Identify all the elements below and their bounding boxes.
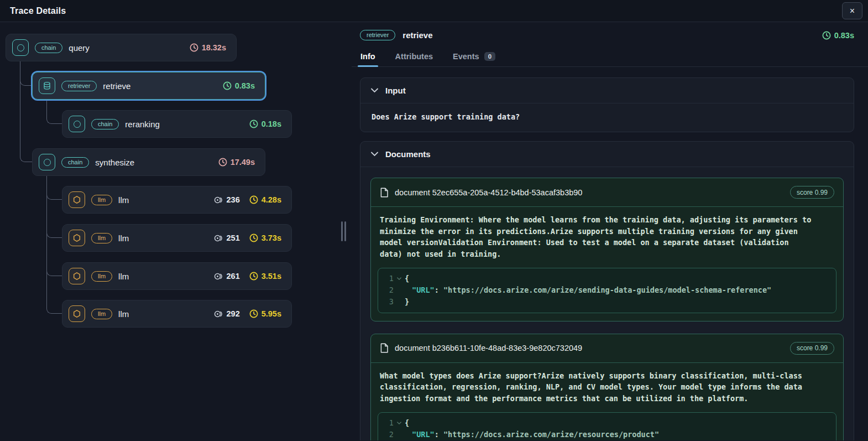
- input-section-title: Input: [385, 86, 406, 95]
- detail-content: Input Does Arize support training data? …: [352, 67, 868, 440]
- span-name: reranking: [125, 120, 160, 129]
- llm-icon: [72, 309, 81, 318]
- documents-section-title: Documents: [385, 149, 431, 159]
- panel-resize-handle[interactable]: [339, 219, 348, 243]
- document-card: document b236b611-10fe-48ad-83e3-9e820c7…: [370, 334, 844, 440]
- retriever-icon: [43, 81, 51, 90]
- clock-icon: [190, 43, 198, 52]
- clock-icon: [218, 158, 227, 167]
- panel-title: Trace Details: [10, 6, 66, 16]
- json-value: "https://docs.arize.com/arize/sending-da…: [443, 286, 771, 294]
- document-text: What model types does Arize support?Ariz…: [371, 363, 822, 411]
- trace-span-row[interactable]: chain query 18.32s: [6, 34, 237, 61]
- document-text: Training Environment: Where the model le…: [371, 207, 822, 266]
- trace-span-row[interactable]: llm llm 292 5.95s: [62, 300, 292, 328]
- trace-span-row[interactable]: chain reranking 0.18s: [62, 110, 292, 138]
- json-value: "https://docs.arize.com/arize/resources/…: [443, 430, 659, 439]
- line-number: 1: [383, 273, 394, 284]
- trace-tree: chain query 18.32s retriever retrieve: [0, 22, 335, 440]
- code-block: 1 { 2 "URL": "https://docs.arize.com/ari…: [378, 412, 836, 440]
- span-title: retrieve: [402, 30, 432, 40]
- tokens-icon: [214, 273, 223, 280]
- input-text: Does Arize support training data?: [360, 103, 854, 132]
- chevron-down-icon[interactable]: [371, 88, 378, 93]
- input-section: Input Does Arize support training data?: [360, 77, 854, 132]
- code-block: 1 { 2 "URL": "https://docs.arize.com/ari…: [378, 268, 836, 313]
- span-name: synthesize: [95, 158, 134, 167]
- token-count: 236: [214, 195, 240, 204]
- fold-caret-icon[interactable]: [394, 417, 405, 429]
- span-kind-badge: chain: [61, 157, 89, 168]
- span-kind-badge: llm: [91, 271, 112, 282]
- trace-details-panel: Trace Details × chain query 18.32s: [0, 0, 868, 440]
- chevron-down-icon[interactable]: [371, 152, 378, 157]
- span-kind-badge: chain: [35, 43, 62, 53]
- chain-icon: [17, 44, 24, 51]
- clock-icon: [249, 195, 258, 204]
- span-duration: 18.32s: [190, 43, 226, 52]
- tab-attributes[interactable]: Attributes: [395, 48, 433, 66]
- llm-icon: [72, 234, 81, 242]
- chain-icon: [74, 121, 81, 128]
- trace-span-row[interactable]: llm llm 251 3.73s: [62, 224, 292, 252]
- span-kind-icon: [12, 39, 29, 56]
- line-number: 2: [383, 284, 394, 296]
- span-duration: 3.73s: [249, 234, 281, 242]
- span-name: retrieve: [103, 81, 130, 91]
- code-line: 1 {: [383, 273, 830, 284]
- span-kind-badge: llm: [91, 233, 112, 243]
- span-detail-panel: retriever retrieve 0.83s Info Attributes…: [352, 22, 868, 440]
- span-kind-badge: chain: [91, 119, 119, 129]
- clock-icon: [223, 81, 232, 90]
- tab-events[interactable]: Events 0: [452, 48, 496, 66]
- tokens-icon: [214, 310, 223, 318]
- line-number: 2: [383, 429, 394, 440]
- json-key: "URL": [412, 286, 435, 294]
- token-count: 261: [214, 272, 240, 281]
- span-detail-header: retriever retrieve 0.83s: [352, 22, 868, 45]
- span-duration: 17.49s: [218, 158, 255, 167]
- tokens-icon: [214, 235, 223, 242]
- close-button[interactable]: ×: [842, 2, 862, 19]
- llm-icon: [72, 195, 81, 204]
- score-badge: score 0.99: [790, 186, 834, 199]
- trace-span-row[interactable]: chain synthesize 17.49s: [32, 148, 265, 176]
- span-duration: 0.18s: [249, 120, 281, 128]
- span-name: query: [69, 43, 90, 53]
- span-name: llm: [118, 234, 129, 243]
- document-card: document 52ec655a-205a-4512-b4bd-53acaf3…: [370, 178, 844, 321]
- span-kind-badge: retriever: [61, 81, 97, 91]
- chain-icon: [44, 159, 51, 166]
- span-kind-icon: [69, 305, 85, 322]
- span-kind-badge: llm: [91, 309, 112, 319]
- input-section-header[interactable]: Input: [360, 78, 854, 103]
- span-name: llm: [118, 195, 129, 205]
- span-kind-icon: [69, 230, 85, 246]
- span-kind-badge: llm: [91, 195, 112, 205]
- span-duration: 0.83s: [822, 31, 854, 40]
- file-icon: [380, 188, 389, 198]
- span-kind-icon: [39, 154, 55, 170]
- clock-icon: [249, 120, 258, 128]
- clock-icon: [822, 31, 831, 40]
- events-count-badge: 0: [484, 52, 495, 61]
- panel-divider: [335, 22, 352, 440]
- document-card-header: document 52ec655a-205a-4512-b4bd-53acaf3…: [371, 178, 843, 207]
- code-line: 2 "URL": "https://docs.arize.com/arize/s…: [383, 284, 830, 296]
- document-title: document b236b611-10fe-48ad-83e3-9e820c7…: [395, 344, 582, 352]
- span-kind-icon: [39, 77, 55, 94]
- fold-caret-icon[interactable]: [394, 273, 405, 284]
- document-card-header: document b236b611-10fe-48ad-83e3-9e820c7…: [371, 334, 843, 363]
- trace-span-row[interactable]: llm llm 261 3.51s: [62, 262, 292, 290]
- clock-icon: [249, 272, 258, 281]
- documents-section-header[interactable]: Documents: [360, 142, 854, 167]
- span-kind-badge: retriever: [360, 30, 395, 40]
- trace-span-row[interactable]: retriever retrieve 0.83s: [32, 72, 265, 100]
- file-icon: [380, 343, 389, 353]
- span-duration: 5.95s: [249, 309, 281, 318]
- code-line: 2 "URL": "https://docs.arize.com/arize/r…: [383, 429, 830, 440]
- trace-span-row[interactable]: llm llm 236 4.28s: [62, 186, 292, 214]
- span-duration: 3.51s: [249, 272, 281, 281]
- tokens-icon: [214, 196, 223, 204]
- tab-info[interactable]: Info: [360, 48, 376, 66]
